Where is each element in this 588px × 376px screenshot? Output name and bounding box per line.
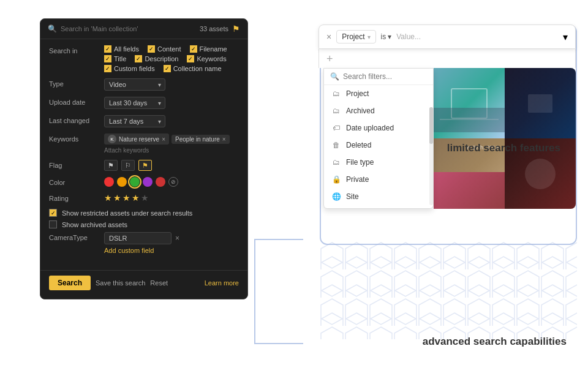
- last-changed-content: Last 7 days: [104, 115, 239, 127]
- cb-custom[interactable]: ✓ Custom fields: [104, 65, 155, 72]
- show-restricted-label: Show restricted assets under search resu…: [62, 209, 192, 217]
- color-orange[interactable]: [117, 177, 127, 187]
- show-archived-cb[interactable]: [49, 220, 57, 228]
- keywords-input[interactable]: [104, 147, 182, 154]
- color-purple[interactable]: [143, 177, 153, 187]
- filter-archived-label: Archived: [346, 107, 375, 115]
- upload-date-dropdown[interactable]: Last 30 days: [104, 97, 165, 109]
- filter-scrollbar[interactable]: [429, 107, 433, 205]
- cb-content-box[interactable]: ✓: [148, 45, 155, 53]
- tag-people-nature[interactable]: People in nature ×: [172, 135, 230, 144]
- filter-icon[interactable]: ⚑: [232, 24, 240, 34]
- tag-icon: K: [108, 135, 116, 143]
- flag-btn-2[interactable]: ⚐: [121, 160, 135, 171]
- camera-clear-icon[interactable]: ×: [175, 234, 179, 243]
- is-label: is: [381, 32, 386, 41]
- panel-body: Search in ✓ All fields ✓ Content ✓ Filen…: [40, 39, 247, 266]
- filter-value-placeholder[interactable]: Value...: [396, 32, 558, 41]
- tag-nature-close[interactable]: ×: [162, 136, 165, 143]
- show-restricted-row: ✓ Show restricted assets under search re…: [49, 209, 239, 217]
- cb-all-fields[interactable]: ✓ All fields: [104, 45, 139, 53]
- learn-more-button[interactable]: Learn more: [205, 279, 239, 287]
- filter-site-label: Site: [346, 192, 359, 201]
- color-green[interactable]: [130, 177, 140, 187]
- project-label: Project: [342, 32, 364, 41]
- color-label: Color: [49, 177, 99, 186]
- rating-label: Rating: [49, 193, 99, 202]
- cb-all-fields-box[interactable]: ✓: [104, 45, 111, 53]
- keywords-tags: K Nature reserve × People in nature ×: [104, 133, 239, 154]
- tag-people-close[interactable]: ×: [222, 136, 226, 143]
- svg-rect-2: [320, 241, 577, 339]
- flag-btn-3[interactable]: ⚑: [138, 160, 152, 171]
- camera-type-row: CameraType × Add custom field: [49, 232, 239, 254]
- project-filter-pill[interactable]: Project ▾: [336, 30, 375, 43]
- show-restricted-cb[interactable]: ✓: [49, 209, 57, 217]
- filter-item-project[interactable]: 🗂 Project: [324, 85, 433, 102]
- filter-scrollbar-thumb[interactable]: [429, 107, 433, 144]
- cb-description-box[interactable]: ✓: [135, 55, 142, 62]
- cb-description[interactable]: ✓ Description: [135, 55, 178, 62]
- color-darkred[interactable]: [156, 177, 165, 187]
- connector-h-bottom: [254, 343, 303, 344]
- keywords-row: Keywords K Nature reserve × People in na…: [49, 133, 239, 154]
- cb-content[interactable]: ✓ Content: [148, 45, 181, 53]
- cb-collection-box[interactable]: ✓: [164, 65, 171, 72]
- filter-is-pill[interactable]: is ▾: [381, 32, 392, 41]
- filter-item-site[interactable]: 🌐 Site: [324, 188, 433, 205]
- image-strip: N 27th, 2019: [434, 68, 576, 209]
- cb-title-label: Title: [114, 55, 126, 62]
- save-search-button[interactable]: Save this search: [96, 279, 145, 287]
- rating-stars[interactable]: ★ ★ ★ ★ ★: [104, 193, 239, 203]
- camera-type-input[interactable]: [104, 232, 172, 244]
- cb-filename[interactable]: ✓ Filename: [190, 45, 227, 53]
- star-3[interactable]: ★: [123, 193, 130, 203]
- add-filter-row: +: [318, 49, 576, 68]
- color-options: ⊘: [104, 177, 239, 187]
- add-filter-btn[interactable]: +: [326, 53, 333, 66]
- search-placeholder[interactable]: Search in 'Main collection': [61, 25, 138, 32]
- cb-filename-box[interactable]: ✓: [190, 45, 197, 53]
- filter-close-btn[interactable]: ×: [326, 32, 331, 42]
- is-arrow-icon: ▾: [388, 32, 391, 41]
- search-panel: 🔍 Search in 'Main collection' 33 assets …: [40, 18, 248, 299]
- flag-options: ⚑ ⚐ ⚑: [104, 160, 239, 171]
- type-dropdown[interactable]: Video: [104, 78, 165, 91]
- star-1[interactable]: ★: [104, 193, 112, 203]
- filter-item-archived[interactable]: 🗂 Archived: [324, 102, 433, 119]
- cb-custom-box[interactable]: ✓: [104, 65, 111, 72]
- cb-keywords-label: Keywords: [197, 55, 226, 62]
- tag-nature-label: Nature reserve: [119, 136, 159, 143]
- reset-button[interactable]: Reset: [150, 279, 168, 287]
- tag-nature-reserve[interactable]: K Nature reserve ×: [104, 133, 169, 145]
- cb-keywords-box[interactable]: ✓: [187, 55, 194, 62]
- cb-title[interactable]: ✓ Title: [104, 55, 126, 62]
- add-custom-field-btn[interactable]: Add custom field: [104, 247, 239, 254]
- search-bar: 🔍 Search in 'Main collection': [48, 24, 138, 33]
- keywords-label: Keywords: [49, 133, 99, 143]
- color-red[interactable]: [104, 177, 114, 187]
- search-in-row: Search in ✓ All fields ✓ Content ✓ Filen…: [49, 45, 239, 72]
- star-5[interactable]: ★: [141, 193, 149, 203]
- filter-item-date-uploaded[interactable]: 🏷 Date uploaded: [324, 119, 433, 137]
- cb-collection[interactable]: ✓ Collection name: [164, 65, 222, 72]
- filter-item-deleted[interactable]: 🗑 Deleted: [324, 137, 433, 154]
- filter-item-private[interactable]: 🔒 Private: [324, 171, 433, 188]
- filter-date-icon: 🏷: [331, 123, 341, 133]
- cb-title-box[interactable]: ✓: [104, 55, 111, 62]
- color-clear-btn[interactable]: ⊘: [168, 177, 178, 187]
- upload-date-label: Upload date: [49, 97, 99, 106]
- filter-item-file-type[interactable]: 🗂 File type: [324, 154, 433, 171]
- star-4[interactable]: ★: [132, 193, 140, 203]
- color-content: ⊘: [104, 177, 239, 187]
- cb-keywords[interactable]: ✓ Keywords: [187, 55, 226, 62]
- filter-search-input[interactable]: [343, 72, 435, 81]
- last-changed-dropdown[interactable]: Last 7 days: [104, 115, 165, 127]
- flag-btn-1[interactable]: ⚑: [104, 160, 118, 171]
- upload-date-value: Last 30 days: [109, 99, 147, 107]
- filter-value-arrow-icon: ▾: [563, 31, 568, 43]
- star-2[interactable]: ★: [113, 193, 121, 203]
- search-button[interactable]: Search: [49, 276, 91, 290]
- upload-date-row: Upload date Last 30 days: [49, 97, 239, 109]
- asset-count: 33 assets: [200, 25, 228, 32]
